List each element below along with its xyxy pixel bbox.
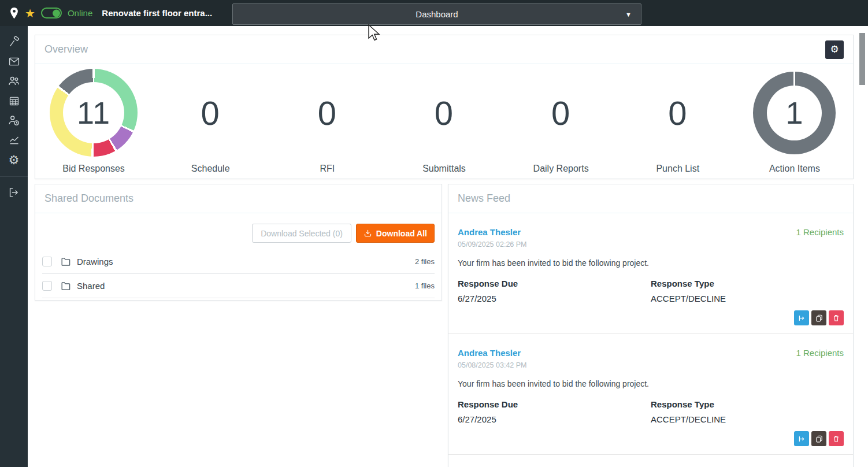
trash-icon — [832, 314, 840, 322]
entry-recipients-link[interactable]: 1 Recipients — [796, 227, 844, 237]
overview-stats-row: 11 Bid Responses 0 Schedule 0 RFI 0 Subm… — [35, 64, 853, 179]
online-toggle[interactable] — [41, 8, 62, 18]
response-due-label: Response Due — [458, 399, 651, 409]
stat-value: 0 — [551, 94, 570, 132]
folder-file-count: 1 files — [415, 281, 435, 290]
stat-value: 1 — [785, 95, 803, 131]
response-type-label: Response Type — [651, 399, 844, 409]
stat-label: Punch List — [656, 164, 699, 174]
response-type-value: ACCEPT/DECLINE — [651, 414, 844, 424]
entry-timestamp: 05/09/2025 02:26 PM — [458, 240, 844, 249]
entry-author-link[interactable]: Andrea Thesler — [458, 227, 521, 237]
stat-label: RFI — [320, 164, 335, 174]
download-selected-button[interactable]: Download Selected (0) — [252, 224, 351, 243]
overview-title: Overview — [44, 43, 88, 55]
stat-bid-responses[interactable]: 11 Bid Responses — [35, 69, 152, 174]
chevron-down-icon: ▼ — [625, 11, 632, 18]
scrollbar-track[interactable] — [859, 26, 868, 467]
main-content: Overview ⚙ 11 Bid Responses 0 Schedule 0… — [28, 26, 868, 467]
folder-icon — [60, 280, 71, 291]
entry-body: Your firm has been invited to bid the fo… — [458, 379, 844, 388]
stat-schedule[interactable]: 0 Schedule — [152, 69, 269, 174]
folder-row-shared[interactable]: Shared 1 files — [42, 274, 435, 298]
stat-rfi[interactable]: 0 RFI — [269, 69, 385, 174]
stat-label: Schedule — [191, 164, 230, 174]
download-all-button[interactable]: Download All — [356, 224, 435, 243]
location-pin-icon[interactable] — [9, 7, 19, 20]
news-feed-title: News Feed — [458, 192, 510, 205]
stat-value: 11 — [77, 95, 110, 131]
copy-icon — [815, 435, 824, 443]
stat-label: Bid Responses — [62, 164, 125, 174]
overview-settings-button[interactable]: ⚙ — [825, 40, 844, 59]
folder-icon — [60, 256, 71, 267]
action-items-donut-chart: 1 — [753, 72, 836, 154]
stat-label: Daily Reports — [533, 164, 589, 174]
stat-label: Submittals — [422, 164, 466, 174]
folder-checkbox[interactable] — [42, 257, 52, 266]
sidebar: ⚙ — [0, 26, 28, 467]
stat-label: Action Items — [769, 164, 820, 174]
news-feed-entry: Andrea Thesler 1 Recipients 05/08/2025 0… — [448, 455, 853, 467]
delete-button[interactable] — [829, 310, 844, 325]
response-due-value: 6/27/2025 — [458, 294, 651, 303]
stat-submittals[interactable]: 0 Submittals — [385, 69, 502, 174]
logout-icon[interactable] — [0, 183, 28, 202]
folder-file-count: 2 files — [415, 257, 435, 266]
response-due-value: 6/27/2025 — [458, 414, 651, 424]
copy-icon — [815, 314, 824, 323]
bid-responses-donut-chart: 11 — [50, 69, 138, 157]
download-all-label: Download All — [376, 229, 427, 238]
gear-icon: ⚙ — [830, 45, 839, 54]
forward-button[interactable] — [794, 431, 809, 446]
news-feed-entry: Andrea Thesler 1 Recipients 05/08/2025 0… — [448, 334, 853, 455]
user-clock-icon[interactable] — [0, 110, 28, 130]
settings-gear-icon[interactable]: ⚙ — [0, 150, 28, 169]
hammer-icon[interactable] — [0, 32, 28, 51]
shared-documents-panel: Shared Documents Download Selected (0) D… — [35, 184, 442, 301]
shared-documents-title: Shared Documents — [44, 192, 133, 205]
response-type-value: ACCEPT/DECLINE — [651, 294, 844, 303]
folder-checkbox[interactable] — [42, 281, 52, 291]
copy-button[interactable] — [811, 310, 826, 325]
news-feed-entry: Andrea Thesler 1 Recipients 05/09/2025 0… — [448, 213, 853, 334]
mail-icon[interactable] — [0, 51, 28, 71]
stat-daily-reports[interactable]: 0 Daily Reports — [503, 69, 620, 174]
response-due-label: Response Due — [458, 279, 651, 288]
folder-row-drawings[interactable]: Drawings 2 files — [42, 250, 435, 274]
forward-button[interactable] — [794, 310, 809, 325]
entry-timestamp: 05/08/2025 03:42 PM — [458, 361, 844, 369]
news-feed-panel: News Feed Andrea Thesler 1 Recipients 05… — [448, 184, 854, 467]
folder-name: Shared — [77, 281, 105, 291]
project-name: Renovate first floor entra... — [102, 8, 212, 18]
download-icon — [363, 229, 372, 238]
sidebar-divider — [0, 176, 28, 177]
stat-action-items[interactable]: 1 Action Items — [736, 69, 853, 174]
top-bar: ★ Online Renovate first floor entra... D… — [0, 0, 868, 26]
online-label: Online — [68, 8, 92, 18]
stat-value: 0 — [668, 94, 687, 132]
entry-author-link[interactable]: Andrea Thesler — [458, 348, 521, 358]
favorite-star-icon[interactable]: ★ — [25, 8, 35, 19]
stat-value: 0 — [318, 94, 337, 132]
stat-value: 0 — [201, 94, 220, 132]
folder-name: Drawings — [77, 257, 113, 266]
stat-value: 0 — [435, 94, 454, 132]
forward-icon — [797, 435, 806, 443]
delete-button[interactable] — [829, 431, 844, 446]
forward-icon — [797, 314, 806, 323]
page-selector-dropdown[interactable]: Dashboard ▼ — [232, 3, 641, 25]
entry-recipients-link[interactable]: 1 Recipients — [796, 348, 844, 358]
page-selector-value: Dashboard — [416, 9, 458, 19]
stat-punch-list[interactable]: 0 Punch List — [620, 69, 736, 174]
copy-button[interactable] — [811, 431, 826, 446]
overview-panel: Overview ⚙ 11 Bid Responses 0 Schedule 0… — [35, 35, 854, 179]
entry-body: Your firm has been invited to bid the fo… — [458, 258, 844, 268]
calendar-icon[interactable] — [0, 91, 28, 110]
team-icon[interactable] — [0, 71, 28, 91]
trash-icon — [832, 435, 840, 443]
scrollbar-thumb[interactable] — [859, 33, 865, 85]
analytics-icon[interactable] — [0, 130, 28, 150]
toggle-knob — [53, 9, 60, 17]
response-type-label: Response Type — [651, 279, 844, 288]
